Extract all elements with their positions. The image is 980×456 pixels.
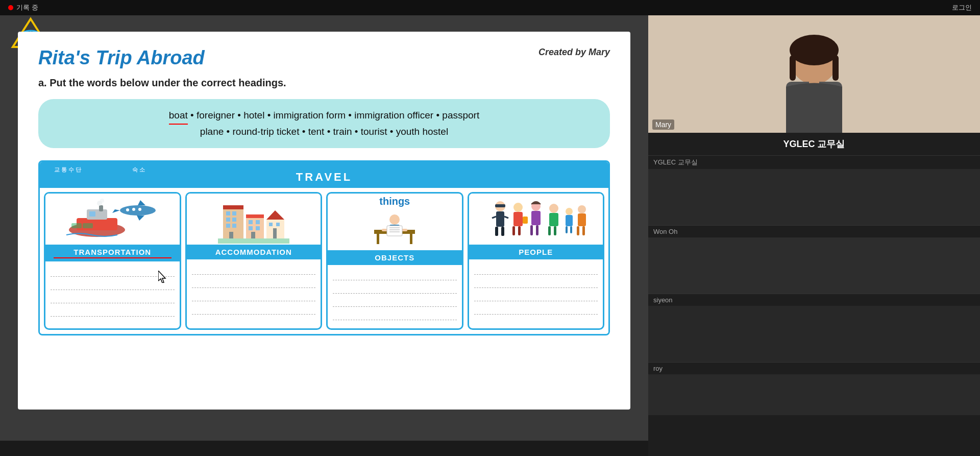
objects-image: [328, 209, 462, 250]
transportation-lines: [45, 261, 180, 325]
svg-point-11: [100, 199, 104, 203]
participant-item[interactable]: YGLEC 교무실: [648, 155, 980, 225]
svg-rect-29: [229, 232, 233, 238]
transportation-image: [45, 194, 180, 245]
svg-rect-39: [269, 223, 273, 226]
accommodation-image: [187, 194, 321, 245]
participant-item-siyeon[interactable]: siyeon: [648, 294, 980, 362]
svg-rect-79: [578, 213, 586, 226]
recording-dot: [8, 5, 13, 10]
svg-rect-45: [410, 234, 412, 244]
wordbank-line2: plane • round-trip ticket • tent • train…: [54, 124, 595, 140]
top-bar: 기록 중 로그인: [0, 0, 980, 15]
objects-label: OBJECTS: [328, 250, 462, 265]
svg-rect-27: [226, 224, 230, 228]
svg-rect-76: [566, 226, 568, 233]
svg-rect-77: [570, 226, 572, 233]
svg-rect-22: [223, 205, 243, 209]
travel-header: 교통수단 숙소 TRAVEL: [40, 162, 608, 188]
svg-point-61: [513, 203, 523, 212]
sidebar: Mary YGLEC 교무실 YGLEC 교무실 Won Oh siyeon r…: [648, 15, 980, 456]
svg-line-60: [504, 217, 508, 218]
camera-mary: Mary: [648, 15, 980, 133]
participant-name-yglec: YGLEC 교무실: [648, 156, 980, 169]
svg-rect-9: [99, 205, 103, 211]
accommodation-label: ACCOMMODATION: [187, 245, 321, 259]
slide-wrapper: Rita's Trip Abroad Created by Mary a. Pu…: [0, 0, 648, 441]
participant-video-roy: [648, 374, 980, 415]
participant-name-roy: roy: [648, 363, 980, 374]
wordbank-rest-line1: • foreigner • hotel • immigration form •…: [190, 110, 479, 121]
svg-rect-55: [495, 204, 505, 207]
svg-rect-41: [273, 228, 277, 238]
participant-item-roy[interactable]: roy: [648, 362, 980, 415]
accommodation-card: ACCOMMODATION: [185, 192, 323, 330]
svg-rect-73: [554, 226, 556, 235]
svg-rect-19: [71, 223, 82, 228]
svg-rect-56: [496, 211, 504, 227]
svg-line-59: [492, 217, 496, 218]
participant-video-wonoh: [648, 237, 980, 294]
svg-rect-65: [523, 217, 528, 224]
svg-rect-20: [83, 223, 93, 228]
svg-rect-80: [577, 226, 579, 235]
login-button[interactable]: 로그인: [952, 3, 972, 12]
cards-row: TRANSPORTATION: [40, 188, 608, 334]
created-by: Created by Mary: [538, 47, 610, 58]
svg-rect-44: [377, 234, 379, 244]
svg-rect-50: [387, 226, 402, 236]
wordbank-line1: boat • foreigner • hotel • immigration f…: [54, 107, 595, 124]
svg-rect-23: [226, 211, 230, 215]
svg-marker-15: [137, 215, 144, 221]
svg-rect-25: [226, 218, 230, 222]
people-label: PEOPLE: [469, 245, 603, 259]
instruction: a. Put the words below under the correct…: [38, 77, 610, 89]
participant-list: YGLEC 교무실 Won Oh siyeon roy: [648, 155, 980, 456]
transportation-label: TRANSPORTATION: [45, 245, 180, 261]
svg-marker-14: [138, 200, 145, 205]
svg-rect-87: [790, 55, 796, 81]
svg-rect-32: [249, 220, 253, 224]
people-image: [469, 194, 603, 245]
svg-point-46: [389, 214, 400, 225]
svg-rect-62: [513, 212, 523, 226]
people-lines: [469, 259, 603, 323]
recording-label: 기록 중: [16, 3, 38, 12]
people-card: PEOPLE: [468, 192, 605, 330]
svg-rect-24: [232, 211, 236, 215]
svg-rect-40: [276, 223, 280, 226]
objects-lines: [328, 265, 462, 328]
svg-point-16: [126, 208, 129, 211]
svg-rect-34: [249, 226, 253, 230]
svg-point-17: [132, 208, 135, 211]
participant-name-siyeon: siyeon: [648, 294, 980, 306]
camera-mary-label: Mary: [652, 119, 674, 130]
svg-point-12: [120, 205, 156, 215]
objects-card: things: [326, 192, 463, 330]
svg-rect-68: [530, 225, 533, 235]
svg-rect-64: [518, 226, 521, 235]
participant-name-wonoh: Won Oh: [648, 226, 980, 237]
svg-rect-31: [246, 214, 264, 218]
accommodation-lines: [187, 259, 321, 323]
transportation-card: TRANSPORTATION: [44, 192, 181, 330]
svg-rect-69: [536, 225, 538, 235]
slide-content: Rita's Trip Abroad Created by Mary a. Pu…: [18, 32, 630, 410]
svg-rect-42: [218, 238, 289, 244]
participant-item-wonoh[interactable]: Won Oh: [648, 225, 980, 294]
svg-point-18: [138, 208, 141, 211]
svg-point-70: [549, 204, 558, 213]
svg-point-86: [790, 35, 839, 65]
svg-rect-35: [256, 226, 260, 230]
room-label: YGLEC 교무실: [648, 133, 980, 155]
svg-rect-88: [832, 55, 839, 81]
svg-rect-36: [251, 232, 255, 238]
participant-video-siyeon: [648, 306, 980, 362]
svg-rect-72: [548, 226, 551, 235]
svg-rect-28: [232, 224, 236, 228]
things-label: things: [328, 194, 462, 209]
svg-marker-13: [112, 209, 120, 213]
svg-rect-63: [512, 226, 515, 235]
slide-title: Rita's Trip Abroad: [38, 47, 610, 69]
svg-marker-38: [266, 210, 284, 220]
